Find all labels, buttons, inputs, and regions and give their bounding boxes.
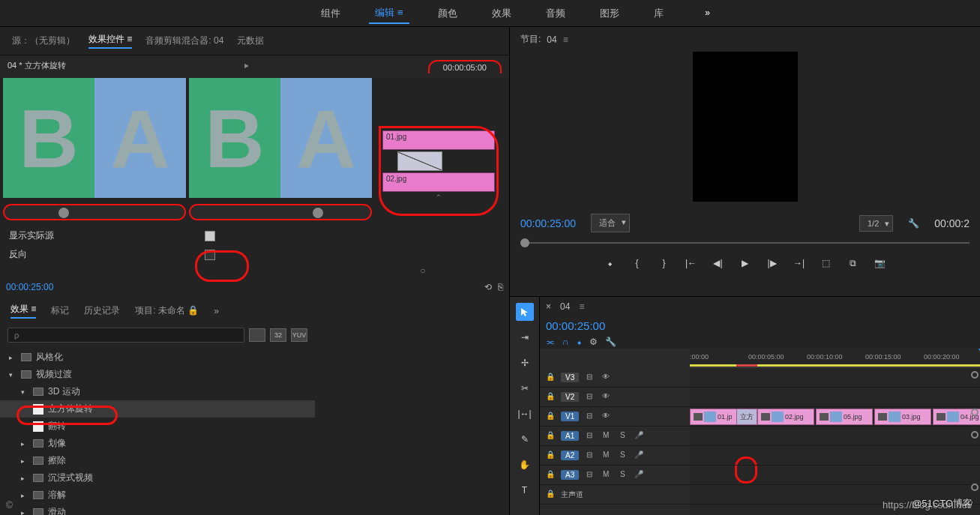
lock-icon[interactable]: 🔒 (544, 392, 556, 403)
menu-color[interactable]: 颜色 (432, 4, 463, 23)
solo-btn[interactable]: S (616, 470, 628, 481)
lock-icon[interactable]: 🔒 (544, 373, 556, 383)
tree-folder[interactable]: ▸滑动 (0, 504, 315, 515)
tree-folder[interactable]: ▸溶解 (0, 487, 315, 504)
loop-icon[interactable]: ⟲ (484, 282, 492, 292)
track-header-a2[interactable]: 🔒A2⊟MS🎤 (540, 446, 690, 466)
mini-clip-b[interactable]: 02.jpg (382, 172, 495, 192)
timeline-ruler[interactable]: :00:00 00:00:05:00 00:00:10:00 00:00:15:… (690, 349, 980, 368)
transition-clip[interactable]: 立方 (736, 409, 757, 425)
solo-btn[interactable]: S (616, 451, 628, 461)
lock-icon[interactable]: 🔒 (544, 412, 556, 422)
menu-libraries[interactable]: 库 (648, 4, 670, 23)
lock-icon[interactable]: 🔒 (544, 470, 556, 481)
wrench-icon[interactable]: 🔧 (908, 218, 919, 229)
tab-project[interactable]: 项目: 未命名 🔒 (135, 304, 199, 317)
fit-dropdown[interactable]: 适合 (591, 214, 630, 232)
program-preview[interactable] (693, 52, 798, 202)
program-scrubber[interactable] (520, 240, 970, 246)
mini-scrub-handle[interactable]: ○ (420, 265, 425, 276)
track-header-a3[interactable]: 🔒A3⊟MS🎤 (540, 466, 690, 485)
type-tool[interactable]: T (516, 481, 534, 499)
tab-metadata[interactable]: 元数据 (237, 34, 264, 47)
menu-audio[interactable]: 音频 (540, 4, 571, 23)
export-icon[interactable]: ⎘ (498, 282, 503, 292)
mute-btn[interactable]: M (600, 470, 612, 481)
yuv-badge[interactable]: YUV (291, 328, 307, 342)
step-forward-icon[interactable]: |▶ (766, 256, 779, 270)
tree-folder[interactable]: ▸擦除 (0, 452, 315, 469)
effects-search-input[interactable] (7, 328, 244, 343)
out-point-icon[interactable]: } (658, 256, 671, 270)
eye-icon[interactable]: 👁 (600, 412, 612, 422)
settings-icon[interactable]: ⚙ (589, 337, 598, 347)
tree-folder[interactable]: ▾视频过渡 (0, 366, 315, 383)
tree-folder[interactable]: ▸划像 (0, 435, 315, 452)
timeline-timecode[interactable]: 00:00:25:00 (540, 316, 611, 335)
start-slider[interactable] (3, 204, 186, 220)
hamburger-icon[interactable]: ≡ (563, 34, 568, 45)
tab-audio-mixer[interactable]: 音频剪辑混合器: 04 (145, 34, 223, 47)
snap-icon[interactable]: ⫘ (546, 337, 555, 347)
tree-folder[interactable]: ▸风格化 (0, 349, 315, 366)
go-to-out-icon[interactable]: →| (793, 256, 806, 270)
tree-folder[interactable]: ▾3D 运动 (0, 383, 315, 400)
clip[interactable]: 02.jpg (757, 409, 814, 425)
mini-transition[interactable] (382, 151, 495, 171)
ripple-tool[interactable]: ✢ (516, 354, 534, 372)
track-header-a1[interactable]: 🔒A1⊟MS🎤 (540, 427, 690, 446)
mini-clip-a[interactable]: 01.jpg (382, 130, 495, 150)
source-timecode[interactable]: 00:00:25:00 (6, 282, 53, 292)
in-point-icon[interactable]: { (631, 256, 644, 270)
track-select-tool[interactable]: ⇥ (516, 328, 534, 346)
hand-tool[interactable]: ✋ (516, 456, 534, 474)
slip-tool[interactable]: |↔| (516, 405, 534, 423)
track-v1-row[interactable]: 01.jp 立方 02.jpg 05.jpg 03.jpg 04.jpg (690, 407, 980, 427)
export-frame-icon[interactable]: 📷 (874, 256, 887, 270)
tab-markers[interactable]: 标记 (51, 304, 69, 317)
play-icon[interactable]: ▶ (739, 256, 752, 270)
tab-source[interactable]: 源：（无剪辑） (12, 34, 75, 47)
track-header-master[interactable]: 🔒主声道 (540, 485, 690, 505)
mic-icon[interactable]: 🎤 (633, 431, 645, 442)
extract-icon[interactable]: ⧉ (847, 256, 860, 270)
program-timecode[interactable]: 00:00:25:00 (520, 217, 576, 229)
lock-icon[interactable]: 🔒 (544, 490, 556, 500)
tree-folder[interactable]: ▸沉浸式视频 (0, 469, 315, 487)
lock-icon[interactable]: 🔒 (544, 431, 556, 442)
solo-btn[interactable]: S (616, 431, 628, 442)
overflow-chevron-icon[interactable]: » (705, 7, 710, 18)
menu-effects[interactable]: 效果 (486, 4, 517, 23)
accelerated-badge[interactable] (249, 328, 265, 342)
track-header-v1[interactable]: 🔒V1⊟👁 (540, 407, 690, 427)
mute-btn[interactable]: M (600, 431, 612, 442)
scroll-handle[interactable] (971, 484, 979, 491)
tab-effect-controls[interactable]: 效果控件 ≡ (88, 33, 132, 49)
scroll-handle[interactable] (971, 431, 979, 439)
step-back-icon[interactable]: ◀| (712, 256, 725, 270)
menu-assembly[interactable]: 组件 (315, 4, 346, 23)
selection-tool[interactable] (516, 303, 534, 321)
scroll-handle[interactable] (971, 371, 979, 379)
marker-icon[interactable]: ⬥ (577, 337, 582, 347)
scroll-handle[interactable] (971, 409, 979, 416)
32bit-badge[interactable]: 32 (270, 328, 286, 342)
wrench-icon[interactable]: 🔧 (605, 337, 616, 347)
menu-editing[interactable]: 编辑≡ (369, 3, 409, 24)
zoom-dropdown[interactable]: 1/2 (859, 215, 893, 232)
track-header-v2[interactable]: 🔒V2⊟👁 (540, 388, 690, 407)
tree-effect-cube-spin[interactable]: 立方体旋转 (0, 400, 315, 418)
linked-selection-icon[interactable]: ∩ (562, 337, 569, 347)
mic-icon[interactable]: 🎤 (633, 470, 645, 481)
eye-icon[interactable]: 👁 (600, 392, 612, 403)
overflow-icon[interactable]: » (214, 306, 219, 316)
track-header-v3[interactable]: 🔒V3⊟👁 (540, 368, 690, 388)
mini-timeline[interactable]: 01.jpg 02.jpg ⌃ (382, 130, 495, 201)
mic-icon[interactable]: 🎤 (633, 451, 645, 461)
tab-history[interactable]: 历史记录 (84, 304, 120, 317)
reverse-checkbox[interactable] (205, 250, 215, 260)
lift-icon[interactable]: ⬚ (820, 256, 833, 270)
seq-tab-name[interactable]: 04 (560, 301, 570, 312)
menu-graphics[interactable]: 图形 (594, 4, 625, 23)
seq-close-icon[interactable]: × (546, 301, 551, 312)
